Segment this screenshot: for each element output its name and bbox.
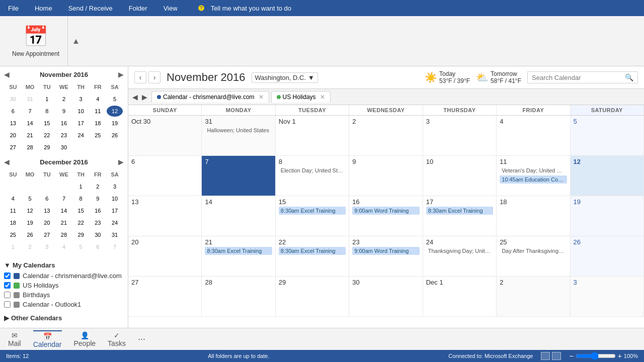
calendar-day-cell[interactable]: Dec 1	[423, 277, 497, 317]
menu-file[interactable]: File	[4, 3, 23, 14]
mini-cal-day[interactable]	[39, 181, 55, 192]
calendar-day-cell[interactable]: 18	[497, 196, 570, 236]
mini-cal-day[interactable]: 6	[39, 193, 55, 204]
mini-cal-day[interactable]: 2	[22, 241, 38, 252]
mini-cal-day[interactable]: 13	[39, 205, 55, 216]
location-selector[interactable]: Washington, D.C. ▼	[252, 72, 318, 83]
calendar-day-cell[interactable]: 28	[202, 277, 275, 317]
calendar-day-cell[interactable]: 7	[202, 156, 275, 196]
other-calendars-section[interactable]: ▶ Other Calendars	[4, 314, 124, 322]
zoom-slider[interactable]	[576, 352, 616, 360]
mini-cal-day[interactable]: 12	[107, 106, 123, 117]
mini-cal-day[interactable]: 19	[107, 118, 123, 129]
mini-cal-prev-dec[interactable]: ◀	[4, 158, 10, 166]
calendar-day-cell[interactable]: 3	[571, 277, 644, 317]
calendar-tab-holidays[interactable]: US Holidays ✕	[271, 91, 331, 103]
mini-cal-day[interactable]: 26	[107, 130, 123, 141]
mini-cal-day[interactable]: 13	[5, 118, 21, 129]
mini-cal-day[interactable]: 24	[73, 130, 89, 141]
mini-cal-day[interactable]: 21	[22, 130, 38, 141]
view-btn-2[interactable]	[552, 352, 561, 360]
calendar-day-cell[interactable]: 24Thanksgiving Day; United States	[423, 236, 497, 277]
mini-cal-day[interactable]: 6	[5, 106, 21, 117]
mini-cal-day[interactable]: 14	[22, 118, 38, 129]
calendar-day-cell[interactable]: 10	[423, 156, 497, 196]
calendar-event[interactable]: Thanksgiving Day; United States	[426, 247, 493, 255]
tell-me[interactable]: Tell me what you want to do	[194, 1, 299, 16]
calendar-day-cell[interactable]: 6	[128, 156, 202, 196]
calendar-day-cell[interactable]: 5	[571, 116, 644, 156]
mini-cal-day[interactable]: 27	[5, 142, 21, 153]
calendar-day-cell[interactable]: 12	[571, 156, 644, 196]
mini-cal-day[interactable]	[22, 181, 38, 192]
calendar-event[interactable]: Veteran's Day; United States	[500, 166, 567, 174]
mini-cal-day[interactable]: 30	[90, 229, 106, 240]
mini-cal-day[interactable]: 3	[107, 181, 123, 192]
calendar-event[interactable]: 8:30am Excel Training	[426, 207, 493, 215]
calendar-event[interactable]: Halloween; United States	[205, 126, 272, 134]
mini-cal-day[interactable]: 5	[107, 94, 123, 105]
nav-calendar[interactable]: 📅 Calendar	[33, 330, 62, 348]
view-btn-1[interactable]	[541, 352, 550, 360]
mini-cal-day[interactable]: 17	[73, 118, 89, 129]
calendar-event[interactable]: 8:30am Excel Training	[279, 207, 346, 215]
mini-cal-day[interactable]	[5, 181, 21, 192]
menu-home[interactable]: Home	[31, 3, 56, 14]
mini-cal-day[interactable]: 1	[5, 241, 21, 252]
calendar-event[interactable]: 8:30am Excel Training	[205, 247, 272, 255]
zoom-out-button[interactable]: −	[569, 352, 573, 360]
mini-cal-day[interactable]: 2	[90, 181, 106, 192]
calendar-tab-main[interactable]: Calendar - chrismenard@live.com ✕	[151, 91, 269, 103]
mini-cal-day[interactable]: 5	[73, 241, 89, 252]
mini-cal-next-dec[interactable]: ▶	[118, 158, 124, 166]
mini-cal-day[interactable]: 1	[73, 181, 89, 192]
calendar-day-cell[interactable]: 4	[497, 116, 570, 156]
search-box[interactable]: 🔍	[527, 71, 638, 83]
mini-cal-day[interactable]: 15	[39, 118, 55, 129]
calendar-day-cell[interactable]: 158:30am Excel Training	[276, 196, 349, 236]
my-calendars-title[interactable]: ▼ My Calendars	[4, 261, 124, 269]
calendar-next-button[interactable]: ›	[148, 71, 160, 83]
mini-cal-day[interactable]: 11	[5, 205, 21, 216]
calendar-day-cell[interactable]: 9	[349, 156, 423, 196]
mini-cal-day[interactable]: 30	[56, 142, 72, 153]
mini-cal-day[interactable]: 24	[107, 217, 123, 228]
tab-close-holidays[interactable]: ✕	[320, 94, 325, 101]
nav-mail[interactable]: ✉ Mail	[8, 331, 21, 347]
mini-cal-day[interactable]: 31	[22, 94, 38, 105]
tab-nav-right[interactable]: ▶	[142, 93, 147, 101]
menu-folder[interactable]: Folder	[125, 3, 151, 14]
mini-cal-day[interactable]: 9	[90, 193, 106, 204]
mini-cal-day[interactable]: 16	[56, 118, 72, 129]
calendar-day-cell[interactable]: 228:30am Excel Training	[276, 236, 349, 277]
calendar-day-cell[interactable]: 8Election Day; United States	[276, 156, 349, 196]
new-appointment-button[interactable]: 📅 New Appointment	[4, 16, 68, 66]
search-input[interactable]	[532, 74, 625, 81]
calendar-day-cell[interactable]: 26	[571, 236, 644, 277]
mini-cal-day[interactable]: 2	[56, 94, 72, 105]
calendar-day-cell[interactable]: Nov 1	[276, 116, 349, 156]
calendar-event[interactable]: 9:00am Word Training	[352, 207, 419, 215]
calendar-day-cell[interactable]: 25Day After Thanksgiving Day; United Sta…	[497, 236, 570, 277]
calendar-day-cell[interactable]: 30	[349, 277, 423, 317]
mini-cal-day[interactable]: 22	[73, 217, 89, 228]
mini-cal-day[interactable]: 29	[73, 229, 89, 240]
mini-cal-day[interactable]: 26	[22, 229, 38, 240]
mini-cal-day[interactable]	[56, 181, 72, 192]
mini-cal-day[interactable]: 4	[5, 193, 21, 204]
mini-cal-day[interactable]: 18	[90, 118, 106, 129]
mini-cal-day[interactable]: 16	[90, 205, 106, 216]
mini-cal-day[interactable]: 25	[90, 130, 106, 141]
mini-cal-day[interactable]: 14	[56, 205, 72, 216]
menu-view[interactable]: View	[159, 3, 182, 14]
mini-cal-day[interactable]: 8	[39, 106, 55, 117]
nav-people[interactable]: 👤 People	[74, 331, 96, 347]
mini-cal-day[interactable]: 4	[56, 241, 72, 252]
calendar-day-cell[interactable]: 31Halloween; United States	[202, 116, 275, 156]
calendar-day-cell[interactable]: 13	[128, 196, 202, 236]
my-calendar-checkbox[interactable]	[4, 292, 11, 298]
mini-cal-day[interactable]: 23	[56, 130, 72, 141]
my-calendar-checkbox[interactable]	[4, 273, 11, 279]
calendar-day-cell[interactable]: Oct 30	[128, 116, 202, 156]
mini-cal-day[interactable]: 12	[22, 205, 38, 216]
